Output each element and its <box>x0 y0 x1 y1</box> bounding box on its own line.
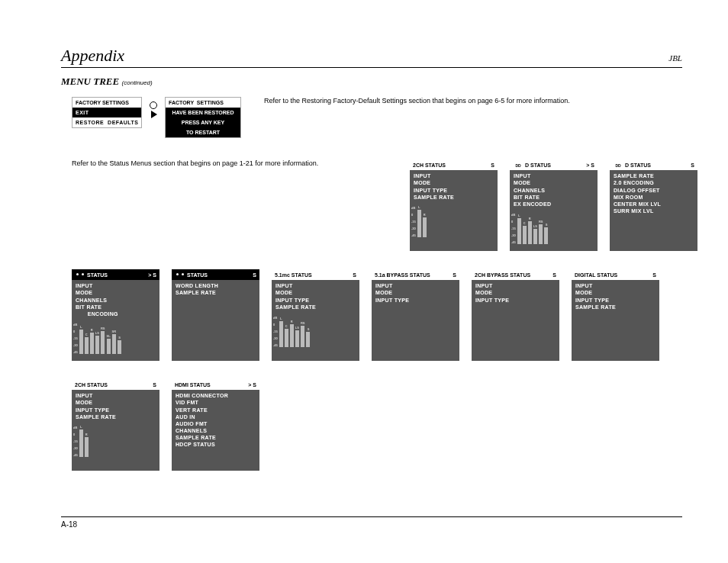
card-header: 2CH STATUSS <box>410 159 498 170</box>
level-meters: dB0-15-30-45LR <box>72 423 159 457</box>
page-number: A-18 <box>61 520 77 529</box>
page-footer: A-18 <box>61 516 682 529</box>
level-meters: dB0-15-30-45LCRLSRSSLSRS <box>72 320 159 354</box>
level-meters: dB0-15-30-45LR <box>410 204 498 237</box>
status-card-51mc: 5.1mc STATUSSINPUTMODEINPUT TYPESAMPLE R… <box>272 269 359 361</box>
appendix-title: Appendix <box>61 46 124 66</box>
status-card-2ch-bypass: 2CH BYPASS STATUSSINPUTMODEINPUT TYPE <box>472 269 559 361</box>
card-line: 2.0 ENCODING <box>614 179 694 186</box>
menu-tree-label: MENU TREE <box>61 76 119 87</box>
card-header: HDMI STATUS> S <box>172 379 259 390</box>
card-body: INPUTMODEINPUT TYPE <box>372 280 459 304</box>
card-line: HDMI CONNECTOR <box>176 392 256 399</box>
card-header: DIGITAL STATUSS <box>572 269 659 280</box>
card-title: 2CH BYPASS STATUS <box>475 272 530 278</box>
card-suffix: S <box>353 272 356 278</box>
card-suffix: S <box>153 381 156 388</box>
factory-menu-item-exit: EXIT <box>72 108 141 117</box>
card-line: SAMPLE RATE <box>414 194 494 201</box>
card-body: HDMI CONNECTORVID FMTVERT RATEAUD INAUDI… <box>172 390 259 449</box>
card-body: INPUTMODEINPUT TYPESAMPLE RATE <box>572 280 659 311</box>
card-header: DDD STATUSS <box>610 159 697 170</box>
card-suffix: > S <box>148 272 156 278</box>
card-line: MODE <box>275 289 356 296</box>
card-title: STATUS <box>75 272 108 278</box>
card-body: INPUTMODEINPUT TYPESAMPLE RATE <box>410 170 498 201</box>
card-suffix: > S <box>248 381 256 388</box>
status-grid: Refer to the Status Menus section that b… <box>72 159 697 471</box>
meter-scale: dB0-15-30-45 <box>411 207 416 237</box>
card-body: INPUTMODEINPUT TYPESAMPLE RATE <box>272 280 359 311</box>
card-header: 2CH STATUSS <box>72 379 159 390</box>
card-header: STATUSS <box>172 269 259 280</box>
meter-bar: L <box>517 214 521 244</box>
meter-scale: dB0-15-30-45 <box>511 214 516 244</box>
card-line: INPUT <box>375 282 456 289</box>
card-line: MODE <box>414 179 494 186</box>
card-body: INPUTMODEINPUT TYPESAMPLE RATE <box>72 390 159 421</box>
card-line: CHANNELS <box>514 187 594 194</box>
card-body: SAMPLE RATE2.0 ENCODINGDIALOG OFFSETMIX … <box>610 170 697 216</box>
card-title: DDD STATUS <box>613 162 651 169</box>
factory-menu-title: FACTORY SETTINGS <box>72 98 141 108</box>
card-line: INPUT TYPE <box>575 297 656 304</box>
card-line: INPUT <box>575 282 656 289</box>
meter-bar: C <box>523 222 527 244</box>
card-suffix: S <box>691 162 694 169</box>
factory-msg-line-3: TO RESTART <box>166 127 240 137</box>
card-line: INPUT TYPE <box>275 297 356 304</box>
card-header: DDD STATUS> S <box>510 159 598 170</box>
card-line: MODE <box>475 289 556 296</box>
card-line: INPUT TYPE <box>375 297 456 304</box>
card-title: 2CH STATUS <box>413 162 446 169</box>
card-line: DIALOG OFFSET <box>614 187 694 194</box>
card-title: HDMI STATUS <box>175 381 211 388</box>
meter-scale: dB0-15-30-45 <box>273 317 278 347</box>
card-line: INPUT <box>414 172 494 179</box>
card-body: INPUTMODEINPUT TYPE <box>472 280 559 304</box>
meter-bar: R <box>290 320 294 347</box>
meter-bar: RS <box>301 322 305 347</box>
meter-bar: SR <box>112 330 117 354</box>
card-line: MODE <box>514 179 594 186</box>
card-line: INPUT <box>514 172 594 179</box>
card-header: 5.1a BYPASS STATUSS <box>372 269 459 280</box>
card-line: SAMPLE RATE <box>614 172 694 179</box>
card-line: INPUT TYPE <box>475 297 556 304</box>
status-card-dd-2: DDD STATUSSSAMPLE RATE2.0 ENCODINGDIALOG… <box>610 159 697 251</box>
meter-bar: LS <box>295 327 299 347</box>
factory-note: Refer to the Restoring Factory-Default S… <box>249 97 682 105</box>
card-line: SAMPLE RATE <box>575 304 656 310</box>
meter-bar: R <box>528 217 532 244</box>
card-body: INPUTMODECHANNELSBIT RATE ENCODING <box>72 280 159 318</box>
meter-bar: R <box>423 214 427 237</box>
factory-settings-menu: FACTORY SETTINGS EXIT RESTORE DEFAULTS <box>72 97 142 128</box>
meter-bar: C <box>85 333 89 354</box>
card-line: CHANNELS <box>76 297 156 304</box>
card-suffix: > S <box>586 162 594 169</box>
meter-bar: SL <box>106 335 110 354</box>
card-title: 5.1a BYPASS STATUS <box>375 272 430 278</box>
card-title: 5.1mc STATUS <box>275 272 312 278</box>
meter-bar: R <box>90 329 94 354</box>
continued-label: (continued) <box>122 79 153 86</box>
status-card-2ch-b: 2CH STATUSSINPUTMODEINPUT TYPESAMPLE RAT… <box>72 379 159 471</box>
status-note: Refer to the Status Menus section that b… <box>72 159 398 167</box>
card-header: 2CH BYPASS STATUSS <box>472 269 559 280</box>
meter-bar: R <box>85 433 89 457</box>
card-line: INPUT <box>76 392 156 399</box>
meter-bar: RS <box>539 220 543 244</box>
card-line: MODE <box>76 399 156 406</box>
card-line: ENCODING <box>76 310 156 317</box>
status-card-2ch: 2CH STATUSSINPUTMODEINPUT TYPESAMPLE RAT… <box>410 159 498 251</box>
card-title: DDD STATUS <box>513 162 551 169</box>
card-line: SAMPLE RATE <box>275 304 356 310</box>
factory-row: FACTORY SETTINGS EXIT RESTORE DEFAULTS F… <box>72 97 682 138</box>
section-title: MENU TREE (continued) <box>61 76 682 88</box>
card-line: VID FMT <box>176 399 256 406</box>
card-line: WORD LENGTH <box>176 282 256 289</box>
page-header: Appendix JBL <box>61 46 682 68</box>
card-line: SAMPLE RATE <box>76 413 156 420</box>
card-header: STATUS> S <box>72 269 159 280</box>
card-line: MODE <box>575 289 656 296</box>
